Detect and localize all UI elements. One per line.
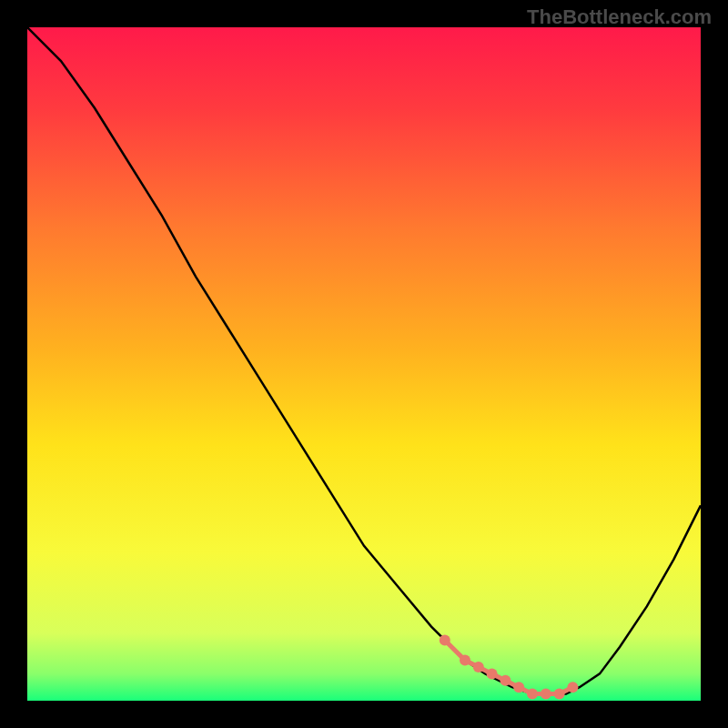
marker-dot — [460, 655, 470, 666]
chart-svg — [27, 27, 701, 701]
marker-dot — [513, 682, 524, 693]
bottleneck-chart — [27, 27, 701, 701]
marker-dot — [473, 662, 484, 672]
marker-dot — [567, 682, 578, 693]
gradient-background — [27, 27, 701, 701]
marker-dot — [554, 689, 565, 700]
marker-dot — [440, 634, 450, 645]
marker-dot — [527, 689, 538, 700]
marker-dot — [541, 689, 551, 700]
marker-dot — [487, 668, 498, 679]
marker-dot — [500, 675, 511, 686]
watermark-text: TheBottleneck.com — [527, 5, 712, 29]
